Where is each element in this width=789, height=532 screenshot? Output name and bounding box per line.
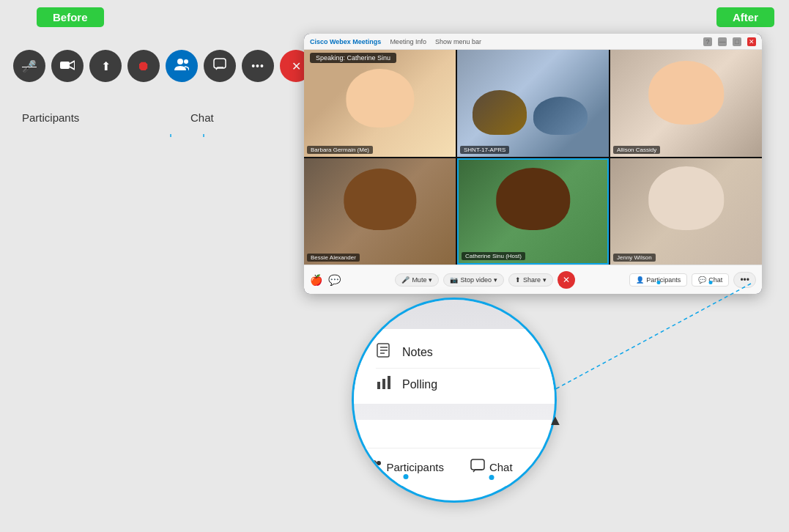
bottom-left: 🍎 💬 bbox=[310, 274, 341, 286]
name-allison: Allison Cassidy bbox=[613, 146, 660, 154]
more-bottom-icon: ••• bbox=[740, 275, 749, 285]
notes-label: Notes bbox=[402, 346, 433, 359]
more-bottom-btn[interactable]: ••• bbox=[733, 272, 756, 288]
mute-btn-label: Mute bbox=[412, 276, 426, 284]
participants-button[interactable] bbox=[166, 50, 198, 82]
svg-rect-0 bbox=[60, 62, 70, 69]
magnified-circle: Notes Polling Par bbox=[352, 298, 557, 503]
video-cell-barbara: Barbara Germain (Me) bbox=[304, 50, 456, 157]
titlebar-tabs: Cisco Webex Meetings Meeting Info Show m… bbox=[310, 38, 481, 45]
share-dropdown: ▾ bbox=[543, 276, 547, 284]
polling-menu-item[interactable]: Polling bbox=[376, 369, 540, 400]
end-call-icon: ✕ bbox=[292, 59, 301, 73]
cisco-webex-tab[interactable]: Cisco Webex Meetings bbox=[310, 38, 381, 45]
mag-chat-icon bbox=[470, 459, 485, 476]
after-label: After bbox=[716, 7, 774, 27]
help-control[interactable]: ? bbox=[703, 37, 712, 46]
participants-icon bbox=[174, 58, 189, 75]
minimize-control[interactable]: — bbox=[718, 37, 727, 46]
bottom-right: 👤 Participants 💬 Chat ••• bbox=[629, 272, 756, 288]
record-button[interactable]: ⏺ bbox=[127, 50, 160, 82]
mute-icon: 🎤 bbox=[22, 59, 37, 73]
chat-bottom-btn[interactable]: 💬 Chat bbox=[692, 273, 729, 287]
participants-bottom-btn[interactable]: 👤 Participants bbox=[629, 273, 687, 287]
share-btn[interactable]: ⬆ Share ▾ bbox=[508, 273, 553, 287]
stop-video-dropdown: ▾ bbox=[494, 276, 497, 284]
mag-chat-label: Chat bbox=[489, 461, 513, 473]
mag-participants-label: Participants bbox=[387, 461, 444, 473]
video-cell-allison: Allison Cassidy bbox=[610, 50, 762, 157]
stop-video-label: Stop video bbox=[460, 276, 492, 284]
mag-chat-btn[interactable]: Chat bbox=[457, 453, 526, 481]
svg-line-23 bbox=[557, 284, 751, 388]
polling-icon bbox=[376, 374, 392, 394]
chat-icon bbox=[213, 58, 226, 75]
speaking-banner: Speaking: Catherine Sinu bbox=[310, 53, 396, 63]
window-titlebar: Cisco Webex Meetings Meeting Info Show m… bbox=[304, 34, 762, 50]
bottom-center: 🎤 Mute ▾ 📷 Stop video ▾ ⬆ Share ▾ ✕ bbox=[395, 271, 575, 289]
mute-btn-icon: 🎤 bbox=[401, 276, 410, 284]
webex-bottom-toolbar: 🍎 💬 🎤 Mute ▾ 📷 Stop video ▾ ⬆ Share ▾ ✕ bbox=[304, 265, 762, 294]
name-barbara: Barbara Germain (Me) bbox=[307, 146, 373, 154]
mag-more-btn[interactable]: ••• bbox=[526, 454, 555, 481]
end-call-btn[interactable]: ✕ bbox=[558, 271, 575, 289]
svg-rect-6 bbox=[214, 59, 226, 68]
share-btn-label: Share bbox=[523, 276, 541, 284]
participants-dot bbox=[656, 281, 660, 284]
name-jenny: Jenny Wilson bbox=[613, 254, 656, 262]
participants-bottom-icon: 👤 bbox=[636, 276, 644, 284]
participants-bottom-label: Participants bbox=[646, 276, 681, 284]
mag-participants-icon bbox=[368, 459, 382, 475]
apple-icon: 🍎 bbox=[310, 274, 322, 286]
video-grid: Barbara Germain (Me) SHNT-17-APRS Alliso… bbox=[304, 50, 762, 265]
more-button[interactable]: ••• bbox=[242, 50, 274, 82]
chat-bottom-icon2: 💬 bbox=[698, 276, 706, 284]
mag-participants-btn[interactable]: Participants bbox=[355, 454, 457, 481]
video-cell-jenny: Jenny Wilson bbox=[610, 158, 762, 265]
svg-rect-19 bbox=[388, 376, 390, 389]
more-icon: ••• bbox=[251, 60, 264, 72]
name-group: SHNT-17-APRS bbox=[460, 146, 509, 154]
cursor: ▲ bbox=[548, 412, 563, 429]
share-button[interactable]: ⬆ bbox=[89, 50, 122, 82]
end-call-phone-icon: ✕ bbox=[563, 275, 570, 285]
webex-window: Cisco Webex Meetings Meeting Info Show m… bbox=[304, 34, 762, 294]
svg-line-1 bbox=[70, 61, 75, 64]
window-controls: ? — □ ✕ bbox=[703, 37, 756, 46]
mute-button[interactable]: 🎤 bbox=[13, 50, 45, 82]
menu-items-area: Notes Polling bbox=[354, 329, 555, 404]
svg-rect-18 bbox=[382, 379, 385, 389]
video-button[interactable] bbox=[51, 50, 84, 82]
before-section: 🎤 ⬆ ⏺ bbox=[0, 0, 300, 532]
video-cell-catherine: Catherine Sinu (Host) bbox=[457, 158, 609, 265]
maximize-control[interactable]: □ bbox=[733, 37, 741, 46]
notes-menu-item[interactable]: Notes bbox=[376, 336, 540, 369]
notes-icon bbox=[376, 342, 392, 362]
video-icon bbox=[60, 59, 75, 74]
svg-rect-22 bbox=[471, 459, 484, 470]
video-cell-group: SHNT-17-APRS bbox=[457, 50, 609, 157]
meeting-info-tab[interactable]: Meeting Info bbox=[390, 38, 426, 45]
name-catherine: Catherine Sinu (Host) bbox=[462, 252, 525, 260]
share-btn-icon: ⬆ bbox=[515, 276, 521, 284]
mute-dropdown-icon: ▾ bbox=[429, 276, 432, 284]
mag-more-icon: ••• bbox=[533, 459, 547, 474]
close-control[interactable]: ✕ bbox=[747, 37, 756, 46]
record-icon: ⏺ bbox=[137, 59, 150, 74]
show-menu-tab[interactable]: Show menu bar bbox=[435, 38, 481, 45]
mute-btn[interactable]: 🎤 Mute ▾ bbox=[395, 273, 439, 287]
svg-point-20 bbox=[371, 460, 377, 466]
chat-dot bbox=[708, 281, 712, 284]
name-bessie: Bessie Alexander bbox=[307, 254, 360, 262]
stop-video-btn[interactable]: 📷 Stop video ▾ bbox=[443, 273, 504, 287]
chat-toolbar-button[interactable] bbox=[204, 50, 236, 82]
svg-point-21 bbox=[377, 461, 381, 465]
participants-label: Participants bbox=[22, 111, 79, 124]
mag-chat-dot bbox=[489, 475, 494, 480]
magnified-bottom-bar: Participants Chat ••• bbox=[354, 448, 555, 486]
svg-point-4 bbox=[177, 59, 183, 64]
video-cell-bessie: Bessie Alexander bbox=[304, 158, 456, 265]
chat-label: Chat bbox=[190, 111, 214, 124]
svg-line-2 bbox=[70, 67, 75, 70]
svg-point-5 bbox=[184, 59, 188, 64]
